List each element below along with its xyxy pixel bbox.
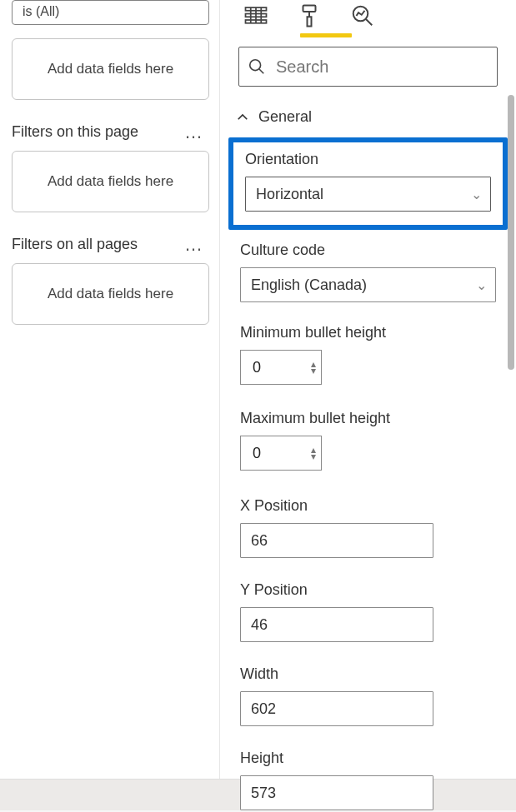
filters-page-title: Filters on this page — [12, 123, 138, 141]
chevron-up-icon — [235, 110, 250, 125]
search-icon — [248, 57, 266, 76]
ypos-input[interactable]: 46 — [240, 607, 433, 642]
analytics-tab-icon[interactable] — [350, 3, 375, 28]
search-input[interactable] — [274, 57, 488, 77]
xpos-input[interactable]: 66 — [240, 523, 433, 558]
filter-dropzone-visual[interactable]: Add data fields here — [12, 38, 209, 100]
ypos-label: Y Position — [240, 581, 496, 599]
more-icon[interactable]: … — [184, 128, 209, 137]
more-icon[interactable]: … — [184, 241, 209, 249]
orientation-highlight: Orientation Horizontal ⌄ — [228, 137, 508, 230]
section-general-label: General — [258, 108, 312, 126]
minbullet-value: 0 — [253, 359, 261, 376]
dropzone-label: Add data fields here — [48, 286, 173, 302]
pane-tabs — [220, 0, 516, 30]
filters-all-title: Filters on all pages — [12, 236, 138, 253]
filters-all-header: Filters on all pages … — [12, 236, 209, 253]
height-value: 573 — [251, 785, 276, 802]
format-pane: General Orientation Horizontal ⌄ Culture… — [220, 0, 516, 779]
culture-label: Culture code — [240, 242, 496, 259]
maxbullet-value: 0 — [253, 445, 261, 462]
spinner-arrows-icon[interactable]: ▴▾ — [311, 361, 316, 374]
app-frame: is (All) Add data fields here Filters on… — [0, 0, 516, 779]
active-tab-underline — [300, 33, 352, 37]
filters-page-header: Filters on this page … — [12, 123, 209, 141]
svg-rect-6 — [303, 6, 316, 12]
chevron-down-icon: ⌄ — [471, 192, 482, 197]
xpos-label: X Position — [240, 497, 496, 515]
minbullet-label: Minimum bullet height — [240, 324, 496, 341]
filter-card-isall[interactable]: is (All) — [12, 0, 209, 25]
orientation-select[interactable]: Horizontal ⌄ — [245, 177, 491, 212]
maxbullet-label: Maximum bullet height — [240, 410, 496, 427]
width-label: Width — [240, 665, 496, 683]
format-scroll: General Orientation Horizontal ⌄ Culture… — [220, 95, 516, 812]
dropzone-label: Add data fields here — [48, 61, 173, 77]
dropzone-label: Add data fields here — [48, 173, 173, 190]
scrollbar-vertical[interactable] — [508, 95, 514, 370]
chevron-down-icon: ⌄ — [476, 282, 487, 288]
height-label: Height — [240, 750, 496, 767]
width-input[interactable]: 602 — [240, 691, 433, 726]
search-box[interactable] — [238, 47, 498, 87]
culture-value: English (Canada) — [251, 276, 367, 294]
height-input[interactable]: 573 — [240, 775, 433, 810]
filters-pane: is (All) Add data fields here Filters on… — [0, 0, 220, 779]
culture-select[interactable]: English (Canada) ⌄ — [240, 267, 496, 302]
section-general[interactable]: General — [220, 95, 516, 136]
fields-tab-icon[interactable] — [243, 3, 268, 28]
spinner-arrows-icon[interactable]: ▴▾ — [311, 446, 316, 460]
maxbullet-input[interactable]: 0 ▴▾ — [240, 436, 322, 471]
xpos-value: 66 — [251, 532, 268, 550]
width-value: 602 — [251, 700, 276, 718]
filter-dropzone-page[interactable]: Add data fields here — [12, 151, 209, 212]
svg-point-8 — [250, 60, 261, 71]
filter-dropzone-all[interactable]: Add data fields here — [12, 263, 209, 325]
minbullet-input[interactable]: 0 ▴▾ — [240, 350, 322, 385]
ypos-value: 46 — [251, 616, 268, 634]
format-tab-icon[interactable] — [297, 3, 322, 28]
orientation-label: Orientation — [245, 151, 491, 168]
orientation-value: Horizontal — [256, 186, 323, 203]
